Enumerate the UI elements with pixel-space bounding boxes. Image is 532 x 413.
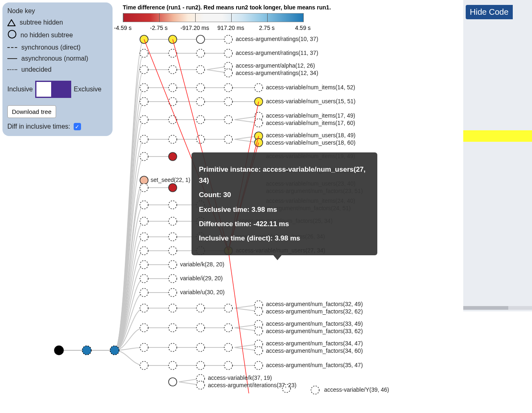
scale-stop: 917.20 ms (217, 25, 244, 31)
tooltip-line: Primitive instance: access-variable/num_… (199, 164, 370, 186)
svg-line-107 (234, 305, 259, 308)
svg-point-65 (255, 138, 263, 147)
legend-label: no hidden subtree (20, 32, 73, 39)
svg-point-61 (169, 135, 177, 143)
svg-point-136 (255, 347, 263, 355)
download-tree-button[interactable]: Download tree (7, 105, 56, 118)
svg-point-92 (169, 247, 177, 255)
svg-point-21 (140, 66, 148, 74)
svg-line-47 (234, 116, 259, 120)
tree-node-label[interactable]: access-variable/num_items(14, 52) (266, 84, 355, 91)
legend-row-triangle: subtree hidden (7, 19, 108, 26)
tree-node-label[interactable]: set_seed(22, 1) (151, 177, 190, 183)
svg-point-103 (169, 288, 177, 297)
tree-node-label[interactable]: variable/i(29, 20) (180, 275, 223, 281)
toggle-left-label: Inclusive (7, 86, 33, 93)
svg-point-143 (196, 361, 205, 370)
tree-node-label[interactable]: access-argument/ratings(12, 34) (236, 70, 318, 76)
svg-point-14 (169, 49, 177, 57)
triangle-icon (7, 19, 16, 26)
tree-node-label[interactable]: access-variable/num_items(17, 60) (266, 120, 355, 126)
svg-point-96 (140, 261, 148, 269)
tree-node-label[interactable]: access-argument/iterations(37, 23) (208, 382, 296, 388)
svg-point-80 (140, 217, 148, 225)
svg-point-67 (140, 152, 148, 161)
svg-point-62 (196, 135, 205, 143)
svg-point-112 (224, 304, 232, 312)
scale-stop: 4.59 s (295, 25, 311, 31)
inclusive-exclusive-toggle[interactable]: Inclusive Exclusive (7, 81, 108, 98)
tree-node-label[interactable]: access-variable/num_users(18, 49) (266, 132, 356, 138)
svg-point-113 (255, 301, 263, 309)
tooltip-line: Difference time: -422.11 ms (199, 218, 370, 229)
scale-stop: -917.20 ms (180, 25, 209, 31)
legend-row-dashed: synchronous (direct) (7, 44, 108, 51)
hide-code-button[interactable]: Hide Code (466, 5, 513, 19)
tree-node-label[interactable]: access-variable/num_users(18, 60) (266, 139, 356, 146)
code-panel: Hide Code (463, 0, 532, 311)
tooltip-line: Count: 30 (199, 189, 370, 200)
svg-point-63 (224, 135, 232, 143)
tree-node-label[interactable]: access-argument/ratings(11, 37) (236, 50, 318, 56)
svg-point-158 (54, 346, 63, 355)
svg-point-7 (169, 35, 177, 43)
svg-point-41 (196, 98, 205, 106)
svg-point-149 (196, 374, 205, 383)
scrollbar-thumb[interactable] (463, 306, 508, 310)
svg-point-122 (196, 324, 205, 332)
toggle-knob[interactable] (36, 82, 51, 97)
tree-node-label[interactable]: access-variable/k(37, 19) (208, 374, 272, 381)
svg-point-134 (224, 343, 232, 352)
svg-point-85 (140, 233, 148, 241)
tree-node-label[interactable]: variable/k(28, 20) (180, 261, 224, 268)
svg-point-142 (169, 361, 177, 370)
svg-point-86 (169, 233, 177, 241)
tree-node-label[interactable]: access-argument/ratings(10, 37) (236, 36, 318, 42)
svg-point-148 (169, 378, 177, 386)
svg-point-50 (169, 116, 177, 124)
svg-point-54 (255, 119, 263, 127)
tree-node-label[interactable]: access-variable/num_items(17, 49) (266, 112, 355, 119)
svg-point-60 (140, 135, 148, 143)
tree-node-label[interactable]: access-argument/num_factors(32, 62) (266, 308, 363, 315)
legend-row-circle: no hidden subtree (7, 30, 108, 40)
svg-point-132 (169, 343, 177, 352)
toggle-track[interactable] (35, 81, 71, 98)
tree-node-label[interactable]: access-argument/num_factors(33, 49) (266, 320, 363, 327)
svg-point-49 (140, 116, 148, 124)
tree-node-label[interactable]: access-argument/num_factors(32, 49) (266, 301, 363, 307)
svg-point-145 (255, 361, 263, 370)
svg-point-124 (255, 320, 263, 329)
scale-stop: 2.75 s (259, 25, 275, 31)
svg-line-118 (234, 324, 259, 328)
svg-point-52 (224, 116, 232, 124)
svg-line-108 (234, 308, 259, 311)
svg-point-24 (224, 62, 232, 70)
diff-checkbox[interactable]: ✓ (74, 123, 81, 130)
svg-point-23 (196, 66, 205, 74)
svg-point-99 (140, 275, 148, 283)
tree-node-label[interactable]: access-variable/num_users(15, 51) (266, 98, 356, 104)
tree-node-label[interactable]: access-argument/num_factors(34, 47) (266, 340, 363, 347)
tree-node-label[interactable]: access-variable/Y(39, 46) (324, 386, 389, 393)
tooltip-line: Inclusive time (direct): 3.98 ms (199, 233, 370, 244)
solid-line-icon (7, 58, 17, 59)
svg-point-81 (169, 217, 177, 225)
code-scrollbar[interactable] (463, 306, 532, 310)
svg-point-6 (140, 35, 148, 43)
tree-node-label[interactable]: variable/u(30, 20) (180, 289, 225, 295)
svg-point-151 (311, 386, 319, 394)
legend-row-solid: asynchronous (normal) (7, 55, 108, 62)
svg-point-32 (196, 84, 205, 92)
svg-line-119 (234, 328, 259, 331)
svg-point-160 (110, 346, 119, 355)
tree-node-label[interactable]: access-argument/num_factors(34, 60) (266, 347, 363, 354)
svg-point-114 (255, 307, 263, 315)
tree-node-label[interactable]: access-argument/num_factors(35, 47) (266, 362, 363, 368)
color-scale-bar (123, 13, 304, 22)
tree-node-label[interactable]: access-argument/num_factors(33, 62) (266, 328, 363, 334)
svg-point-121 (169, 324, 177, 332)
svg-point-69 (140, 176, 148, 184)
svg-marker-0 (8, 20, 15, 26)
tree-node-label[interactable]: access-argument/alpha(12, 26) (236, 62, 315, 69)
